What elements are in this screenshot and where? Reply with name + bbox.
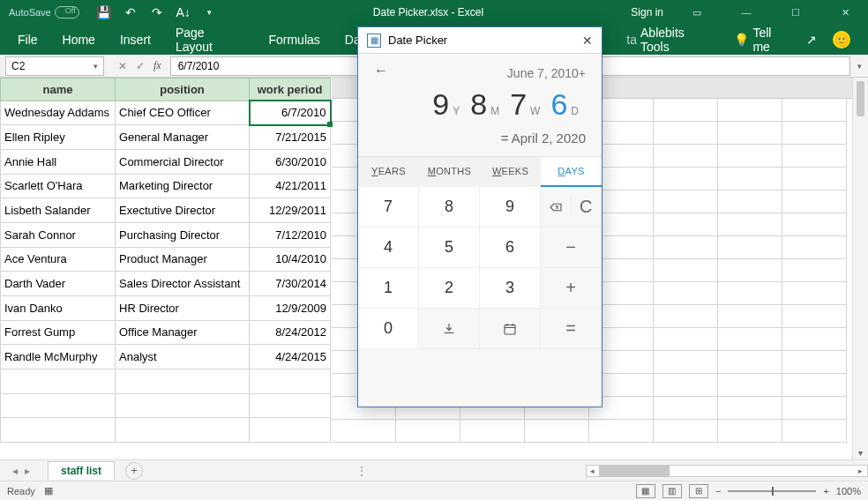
cell-name[interactable]: Ivan Danko (1, 295, 116, 320)
tab-insert[interactable]: Insert (108, 26, 163, 54)
header-position[interactable]: position (116, 78, 250, 101)
cell-empty[interactable] (654, 374, 718, 397)
cell-empty[interactable] (782, 190, 847, 213)
key-3[interactable]: 3 (480, 268, 541, 309)
cell-empty[interactable] (782, 420, 847, 443)
zoom-slider[interactable] (728, 490, 816, 492)
cell-position[interactable]: Product Manager (116, 247, 250, 272)
cell-empty[interactable] (396, 420, 460, 443)
cell-empty[interactable] (718, 328, 782, 351)
cell-empty[interactable] (718, 190, 782, 213)
tab-home[interactable]: Home (50, 26, 108, 54)
table-row[interactable]: Wednesday AddamsChief CEO Officer6/7/201… (1, 101, 331, 125)
key-9[interactable]: 9 (480, 187, 541, 228)
cell-date[interactable]: 7/21/2015 (250, 125, 331, 150)
cell-date[interactable]: 7/12/2010 (250, 222, 331, 247)
table-row[interactable]: Darth VaderSales Director Assistant7/30/… (1, 272, 331, 296)
cell-empty[interactable] (332, 420, 396, 443)
tellme-box[interactable]: 💡 Tell me (734, 26, 790, 54)
cell-empty[interactable] (782, 259, 847, 282)
cell-empty[interactable] (718, 305, 782, 328)
cell-empty[interactable] (654, 122, 718, 145)
key-7[interactable]: 7 (358, 187, 419, 228)
cell-date[interactable]: 6/30/2010 (250, 149, 331, 174)
hidden-tab-ta[interactable]: ta (626, 33, 637, 47)
table-row[interactable]: Randle McMurphyAnalyst4/24/2015 (1, 345, 331, 369)
feedback-icon[interactable]: 🙂 (833, 31, 850, 49)
cell-empty[interactable] (718, 122, 782, 145)
tab-file[interactable]: File (5, 26, 50, 54)
expand-formula-bar-icon[interactable]: ▾ (856, 62, 868, 71)
cell-empty[interactable] (782, 99, 847, 122)
cell-empty[interactable] (718, 236, 782, 259)
tab-formulas[interactable]: Formulas (256, 26, 332, 54)
key-1[interactable]: 1 (358, 268, 419, 309)
zoom-out-button[interactable]: − (715, 486, 721, 496)
header-work-period[interactable]: work period (250, 78, 331, 101)
table-row[interactable]: Ace VenturaProduct Manager10/4/2010 (1, 247, 331, 272)
cell-empty[interactable] (116, 369, 250, 393)
table-row[interactable]: Forrest GumpOffice Manager8/24/2012 (1, 320, 331, 345)
normal-view-button[interactable]: ▦ (636, 484, 655, 498)
key-4[interactable]: 4 (358, 228, 419, 268)
cell-empty[interactable] (718, 420, 782, 443)
key-0[interactable]: 0 (358, 309, 419, 349)
cell-empty[interactable] (116, 393, 250, 418)
cell-empty[interactable] (782, 351, 847, 374)
cell-name[interactable]: Annie Hall (1, 149, 116, 174)
table-row[interactable] (1, 418, 331, 443)
customize-qat-icon[interactable]: ▾ (203, 5, 217, 19)
cell-empty[interactable] (718, 374, 782, 397)
cell-position[interactable]: Commercial Director (116, 149, 250, 174)
key-6[interactable]: 6 (480, 228, 541, 268)
page-layout-view-button[interactable]: ▥ (662, 484, 682, 498)
cell-empty[interactable] (782, 213, 847, 236)
cell-name[interactable]: Randle McMurphy (1, 345, 116, 369)
cell-empty[interactable] (718, 213, 782, 236)
cell-empty[interactable] (782, 168, 847, 190)
cell-empty[interactable] (654, 282, 718, 305)
cell-empty[interactable] (250, 393, 331, 418)
backspace-icon[interactable] (541, 199, 571, 215)
cell-empty[interactable] (654, 236, 718, 259)
cell-empty[interactable] (250, 369, 331, 393)
scroll-left-icon[interactable]: ◂ (587, 466, 599, 475)
cell-date[interactable]: 8/24/2012 (250, 320, 331, 345)
picker-titlebar[interactable]: ▦ Date Picker ✕ (358, 27, 602, 54)
cell-empty[interactable] (654, 145, 718, 168)
back-icon[interactable]: ← (374, 63, 388, 78)
picker-tab-years[interactable]: YEARS (358, 157, 419, 187)
cell-empty[interactable] (718, 351, 782, 374)
cell-empty[interactable] (654, 305, 718, 328)
key-clear[interactable]: C (571, 197, 602, 217)
cell-empty[interactable] (782, 236, 847, 259)
cell-empty[interactable] (1, 369, 116, 393)
cell-name[interactable]: Sarah Connor (1, 222, 116, 247)
name-box[interactable]: C2 ▾ (5, 56, 104, 76)
cell-date[interactable]: 4/21/2011 (250, 174, 331, 198)
cell-position[interactable]: General Manager (116, 125, 250, 150)
horizontal-scrollbar[interactable]: ◂ ▸ (586, 465, 868, 477)
cell-empty[interactable] (1, 418, 116, 443)
table-row[interactable]: Ellen RipleyGeneral Manager7/21/2015 (1, 125, 331, 150)
cell-date[interactable]: 6/7/2010 (250, 101, 331, 125)
cell-empty[interactable] (782, 305, 847, 328)
cell-empty[interactable] (654, 397, 718, 420)
key-insert[interactable] (419, 309, 480, 349)
zoom-in-button[interactable]: + (823, 486, 828, 496)
cell-empty[interactable] (654, 351, 718, 374)
cell-name[interactable]: Darth Vader (1, 272, 116, 296)
picker-tab-months[interactable]: MONTHS (419, 157, 480, 187)
cell-empty[interactable] (654, 168, 718, 190)
cell-position[interactable]: Exectutive Director (116, 198, 250, 223)
table-row[interactable]: Sarah ConnorPurchasing Director7/12/2010 (1, 222, 331, 247)
cell-position[interactable]: Purchasing Director (116, 222, 250, 247)
cell-empty[interactable] (250, 418, 331, 443)
key-minus[interactable]: − (541, 228, 602, 268)
cell-position[interactable]: Chief CEO Officer (116, 101, 250, 125)
cell-empty[interactable] (782, 374, 847, 397)
cell-date[interactable]: 12/9/2009 (250, 295, 331, 320)
sheet-tab-staff-list[interactable]: staff list (48, 461, 115, 480)
cell-empty[interactable] (782, 282, 847, 305)
cell-empty[interactable] (718, 99, 782, 122)
